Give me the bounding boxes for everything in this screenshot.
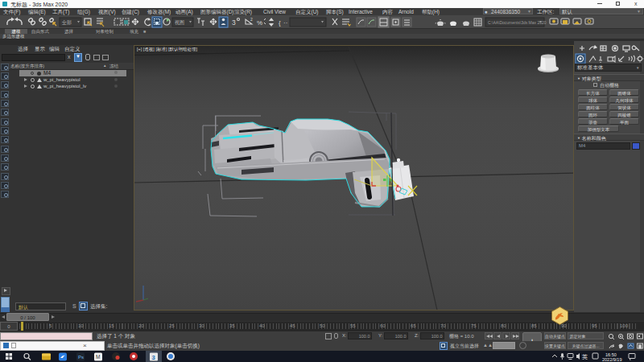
svg-text:3: 3 — [152, 354, 155, 361]
svg-text:英: 英 — [582, 354, 588, 360]
svg-text:{: { — [279, 19, 281, 27]
svg-text:2: 2 — [250, 17, 253, 22]
svg-text:··: ·· — [283, 19, 287, 27]
svg-text:C:\AA\Documents\3ds Max 2020: C:\AA\Documents\3ds Max 2020 — [488, 20, 547, 25]
svg-text:%: % — [257, 19, 262, 27]
svg-text:M: M — [96, 354, 100, 360]
svg-text:2022/9/19: 2022/9/19 — [602, 357, 621, 362]
svg-text:3: 3 — [232, 19, 236, 27]
svg-text:全部: 全部 — [61, 19, 72, 26]
svg-text:Ps: Ps — [78, 355, 84, 360]
svg-text:视图: 视图 — [175, 19, 184, 26]
